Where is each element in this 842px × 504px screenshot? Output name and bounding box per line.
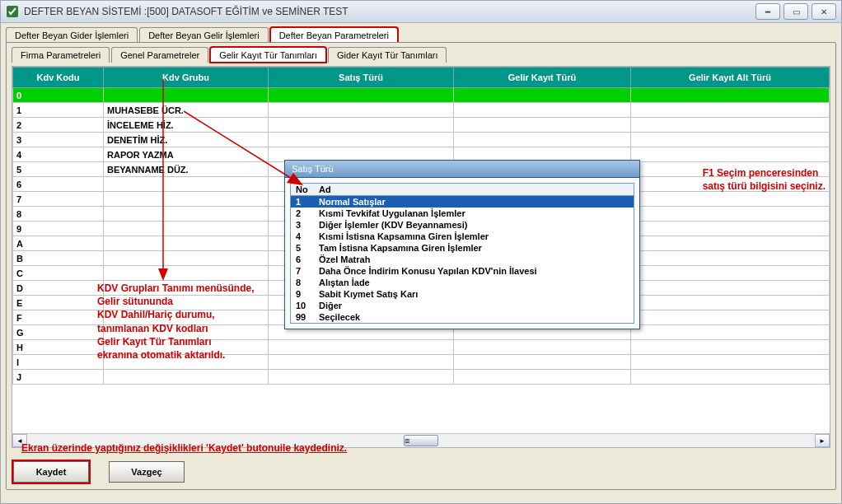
grid-cell[interactable] [269,133,454,147]
grid-cell[interactable] [454,118,631,133]
table-row[interactable]: 0 [13,88,830,103]
col-gelir-tur[interactable]: Gelir Kayıt Türü [454,68,631,88]
grid-cell[interactable] [104,266,269,281]
grid-cell[interactable]: J [13,370,104,385]
grid-cell[interactable]: MUHASEBE ÜCR. [104,103,269,118]
grid-cell[interactable] [631,251,830,266]
grid-cell[interactable] [104,207,269,222]
table-row[interactable]: 1MUHASEBE ÜCR. [13,103,830,118]
grid-cell[interactable]: 8 [13,207,104,222]
grid-cell[interactable]: F [13,310,104,325]
grid-cell[interactable] [631,177,830,192]
popup-list-item[interactable]: 8Alıştan İade [291,277,634,288]
grid-cell[interactable]: 1 [13,103,104,118]
grid-cell[interactable] [104,296,269,310]
col-kdv-grubu[interactable]: Kdv Grubu [104,68,269,88]
grid-cell[interactable] [631,192,830,207]
grid-cell[interactable] [631,222,830,236]
grid-cell[interactable] [631,325,830,340]
grid-cell[interactable] [269,355,454,370]
cancel-button[interactable]: Vazgeç [109,461,185,483]
grid-cell[interactable] [454,88,631,103]
grid-cell[interactable] [631,207,830,222]
grid-cell[interactable] [104,281,269,296]
grid-cell[interactable]: 3 [13,133,104,147]
grid-cell[interactable] [631,310,830,325]
grid-cell[interactable]: RAPOR YAZMA [104,147,269,162]
grid-cell[interactable]: 6 [13,177,104,192]
grid-cell[interactable] [104,222,269,236]
grid-cell[interactable] [104,177,269,192]
grid-cell[interactable] [104,310,269,325]
save-button[interactable]: Kaydet [13,461,89,483]
popup-list-item[interactable]: 2Kısmi Tevkifat Uygulanan İşlemler [291,208,634,219]
grid-cell[interactable] [631,281,830,296]
grid-cell[interactable] [454,370,631,385]
grid-cell[interactable] [269,340,454,355]
tab-gider-kayit[interactable]: Gider Kayıt Tür Tanımları [328,47,447,63]
table-row[interactable]: 3DENETİM HİZ. [13,133,830,147]
grid-cell[interactable] [631,236,830,251]
popup-list-item[interactable]: 7Daha Önce İndirim Konusu Yapılan KDV'ni… [291,265,634,277]
scroll-right-icon[interactable]: ► [815,434,830,447]
grid-cell[interactable] [104,370,269,385]
grid-cell[interactable]: H [13,340,104,355]
scroll-thumb[interactable]: ≡ [404,435,438,446]
grid-cell[interactable]: BEYANNAME DÜZ. [104,162,269,177]
grid-cell[interactable] [631,133,830,147]
grid-cell[interactable] [631,103,830,118]
grid-cell[interactable]: A [13,236,104,251]
col-satis[interactable]: Satış Türü [269,68,454,88]
grid-cell[interactable]: 9 [13,222,104,236]
grid-cell[interactable] [454,133,631,147]
grid-cell[interactable] [631,118,830,133]
popup-list-item[interactable]: 99Seçilecek [291,311,634,323]
grid-cell[interactable] [631,296,830,310]
grid-cell[interactable] [269,88,454,103]
grid-cell[interactable] [269,103,454,118]
grid-cell[interactable]: I [13,355,104,370]
minimize-button[interactable]: ━ [755,3,780,20]
tab-firma[interactable]: Firma Parametreleri [12,47,110,63]
grid-cell[interactable]: 0 [13,88,104,103]
popup-list-item[interactable]: 5Tam İstisna Kapsamına Giren İşlemler [291,242,634,254]
table-row[interactable]: I [13,355,830,370]
col-gelir-alt[interactable]: Gelir Kayıt Alt Türü [631,68,830,88]
grid-cell[interactable] [104,325,269,340]
col-kdv-kodu[interactable]: Kdv Kodu [13,68,104,88]
grid-cell[interactable]: 5 [13,162,104,177]
scroll-left-icon[interactable]: ◄ [12,434,27,447]
grid-cell[interactable] [631,355,830,370]
grid-cell[interactable] [631,266,830,281]
grid-cell[interactable]: E [13,296,104,310]
grid-cell[interactable] [631,340,830,355]
popup-list-item[interactable]: 1Normal Satışlar [291,196,634,208]
grid-cell[interactable] [631,147,830,162]
grid-cell[interactable]: 7 [13,192,104,207]
grid-cell[interactable] [454,103,631,118]
grid-cell[interactable] [631,370,830,385]
grid-cell[interactable] [631,88,830,103]
table-row[interactable]: H [13,340,830,355]
grid-cell[interactable] [269,118,454,133]
grid-cell[interactable] [104,192,269,207]
grid-cell[interactable]: 2 [13,118,104,133]
grid-cell[interactable] [454,340,631,355]
popup-list-item[interactable]: 10Diğer [291,300,634,311]
grid-cell[interactable]: C [13,266,104,281]
popup-list-item[interactable]: 9Sabit Kıymet Satış Karı [291,288,634,300]
grid-cell[interactable]: B [13,251,104,266]
tab-gelir[interactable]: Defter Beyan Gelir İşlemleri [139,27,269,43]
scroll-track[interactable]: ≡ [27,435,815,446]
grid-cell[interactable]: G [13,325,104,340]
table-row[interactable]: 2İNCELEME HİZ. [13,118,830,133]
tab-genel[interactable]: Genel Parametreler [111,47,208,63]
popup-list[interactable]: No Ad 1Normal Satışlar2Kısmi Tevkifat Uy… [291,184,634,323]
grid-cell[interactable]: İNCELEME HİZ. [104,118,269,133]
grid-cell[interactable] [104,251,269,266]
grid-cell[interactable] [104,88,269,103]
grid-cell[interactable]: D [13,281,104,296]
tab-gelir-kayit[interactable]: Gelir Kayıt Tür Tanımları [210,47,326,63]
grid-cell[interactable] [104,340,269,355]
grid-cell[interactable] [104,355,269,370]
